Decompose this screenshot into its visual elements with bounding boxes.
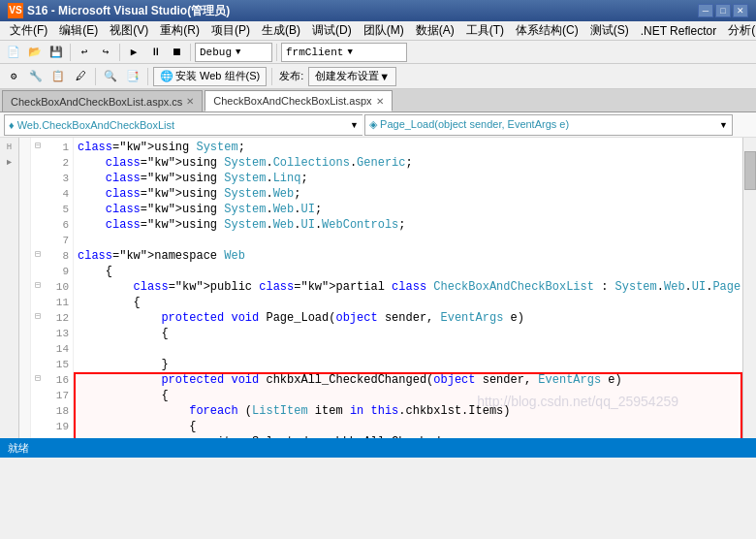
publish-label: 发布: xyxy=(279,69,303,83)
title-controls[interactable]: ─ □ ✕ xyxy=(698,4,748,17)
menu-item-6[interactable]: 调试(D) xyxy=(306,20,358,41)
maximize-button[interactable]: □ xyxy=(715,4,731,17)
collapse-marker-2 xyxy=(31,169,45,184)
tb-sep4 xyxy=(276,44,277,61)
line-num-9: 9 xyxy=(45,264,69,279)
menu-item-5[interactable]: 生成(B) xyxy=(256,20,306,41)
menu-item-13[interactable]: 分析(N) xyxy=(722,20,756,41)
method-dropdown[interactable]: ◈ Page_Load(object sender, EventArgs e) … xyxy=(364,114,733,136)
line-num-5: 5 xyxy=(45,202,69,217)
tab-1[interactable]: CheckBoxAndCheckBoxList.aspx✕ xyxy=(205,90,392,111)
tab-close-1[interactable]: ✕ xyxy=(376,96,384,107)
method-value: ◈ Page_Load(object sender, EventArgs e) xyxy=(369,118,569,131)
tb2-btn5[interactable]: 🔍 xyxy=(101,67,120,86)
left-gutter: H ► xyxy=(0,138,19,438)
minimize-button[interactable]: ─ xyxy=(698,4,713,17)
menu-item-4[interactable]: 项目(P) xyxy=(205,20,256,41)
tb2-sep3 xyxy=(271,68,272,85)
tb-new[interactable]: 📄 xyxy=(4,43,23,62)
menu-item-1[interactable]: 编辑(E) xyxy=(53,20,104,41)
tb2-btn3[interactable]: 📋 xyxy=(48,67,68,86)
line-num-18: 18 xyxy=(45,403,69,419)
collapse-column[interactable]: ⊟⊟⊟⊟⊟ xyxy=(31,138,45,438)
tb-stop[interactable]: ⏹ xyxy=(167,43,186,62)
code-line-12: protected void Page_Load(object sender, … xyxy=(78,310,739,326)
tb-save[interactable]: 💾 xyxy=(47,43,66,62)
tb2-btn1[interactable]: ⚙ xyxy=(4,67,23,86)
collapse-marker-1 xyxy=(31,153,45,169)
collapse-marker-16 xyxy=(31,386,45,401)
install-web-icon: 🌐 xyxy=(160,70,173,82)
menu-item-7[interactable]: 团队(M) xyxy=(358,20,410,41)
vscroll-thumb[interactable] xyxy=(744,151,756,190)
line-num-11: 11 xyxy=(45,295,69,310)
code-line-6: class="kw">using System.Web.UI.WebContro… xyxy=(78,217,739,233)
install-web-button[interactable]: 🌐 安装 Web 组件(S) xyxy=(153,67,267,86)
code-line-10: class="kw">public class="kw">partial cla… xyxy=(78,279,739,295)
code-line-19: { xyxy=(78,419,739,434)
line-num-20: 20 xyxy=(45,434,69,438)
collapse-marker-15[interactable]: ⊟ xyxy=(31,370,45,386)
debug-label: Debug xyxy=(200,47,232,58)
collapse-marker-6 xyxy=(31,231,45,246)
menu-item-11[interactable]: 测试(S) xyxy=(584,20,635,41)
platform-dropdown[interactable]: frmClient ▼ xyxy=(281,43,407,62)
line-num-19: 19 xyxy=(45,419,69,434)
menu-item-2[interactable]: 视图(V) xyxy=(104,20,154,41)
collapse-marker-4 xyxy=(31,200,45,215)
tb-pause[interactable]: ⏸ xyxy=(145,43,165,62)
collapse-marker-19 xyxy=(31,432,45,438)
line-num-3: 3 xyxy=(45,171,69,186)
install-web-label: 安装 Web 组件(S) xyxy=(175,69,260,83)
namespace-value: ♦ Web.CheckBoxAndCheckBoxList xyxy=(9,119,174,131)
tb-start[interactable]: ▶ xyxy=(124,43,143,62)
collapse-marker-17 xyxy=(31,401,45,417)
collapse-marker-11[interactable]: ⊟ xyxy=(31,308,45,324)
bottom-bar: 就绪 xyxy=(0,438,756,458)
tb2-btn4[interactable]: 🖊 xyxy=(71,67,90,86)
code-line-14 xyxy=(78,341,739,357)
menu-item-9[interactable]: 工具(T) xyxy=(460,20,510,41)
line-num-17: 17 xyxy=(45,388,69,403)
create-publish-button[interactable]: 创建发布设置 ▼ xyxy=(308,67,396,86)
close-button[interactable]: ✕ xyxy=(733,4,748,17)
code-line-17: { xyxy=(78,388,739,403)
vscrollbar[interactable] xyxy=(742,138,756,438)
tb2-btn2[interactable]: 🔧 xyxy=(26,67,46,86)
collapse-marker-9[interactable]: ⊟ xyxy=(31,277,45,293)
collapse-marker-8 xyxy=(31,262,45,277)
namespace-dropdown[interactable]: ♦ Web.CheckBoxAndCheckBoxList ▼ xyxy=(4,114,362,136)
collapse-marker-13 xyxy=(31,339,45,355)
menu-item-3[interactable]: 重构(R) xyxy=(154,20,205,41)
code-line-18: foreach (ListItem item in this.chkbxlst.… xyxy=(78,403,739,419)
menu-item-0[interactable]: 文件(F) xyxy=(4,20,53,41)
line-num-8: 8 xyxy=(45,248,69,264)
menu-item-8[interactable]: 数据(A) xyxy=(410,20,460,41)
collapse-marker-7[interactable]: ⊟ xyxy=(31,246,45,262)
tb-undo[interactable]: ↩ xyxy=(75,43,94,62)
collapse-marker-0[interactable]: ⊟ xyxy=(31,138,45,153)
tb2-btn6[interactable]: 📑 xyxy=(123,67,142,86)
line-num-12: 12 xyxy=(45,310,69,326)
code-line-1: class="kw">using System; xyxy=(78,140,739,155)
code-line-16: protected void chkbxAll_CheckedChanged(o… xyxy=(78,372,739,388)
code-line-7 xyxy=(78,233,739,248)
code-line-5: class="kw">using System.Web.UI; xyxy=(78,202,739,217)
line-num-4: 4 xyxy=(45,186,69,202)
line-numbers: 1234567891011121314151617181920212223242… xyxy=(45,138,74,438)
gutter-icon-2: ► xyxy=(7,155,12,171)
menu-item-12[interactable]: .NET Reflector xyxy=(635,22,722,40)
tab-label-1: CheckBoxAndCheckBoxList.aspx xyxy=(213,95,371,107)
menu-item-10[interactable]: 体系结构(C) xyxy=(510,20,584,41)
ns-arrow: ▼ xyxy=(350,120,359,130)
toolbar-2: ⚙ 🔧 📋 🖊 🔍 📑 🌐 安装 Web 组件(S) 发布: 创建发布设置 ▼ xyxy=(0,64,756,89)
line-num-2: 2 xyxy=(45,155,69,171)
code-line-8: class="kw">namespace Web xyxy=(78,248,739,264)
tab-close-0[interactable]: ✕ xyxy=(186,96,194,107)
tb-redo[interactable]: ↪ xyxy=(96,43,115,62)
code-content[interactable]: class="kw">using System; class="kw">usin… xyxy=(74,138,742,438)
tb-open[interactable]: 📂 xyxy=(25,43,45,62)
debug-dropdown[interactable]: Debug ▼ xyxy=(195,43,272,62)
tab-0[interactable]: CheckBoxAndCheckBoxList.aspx.cs✕ xyxy=(2,90,203,111)
line-num-13: 13 xyxy=(45,326,69,341)
